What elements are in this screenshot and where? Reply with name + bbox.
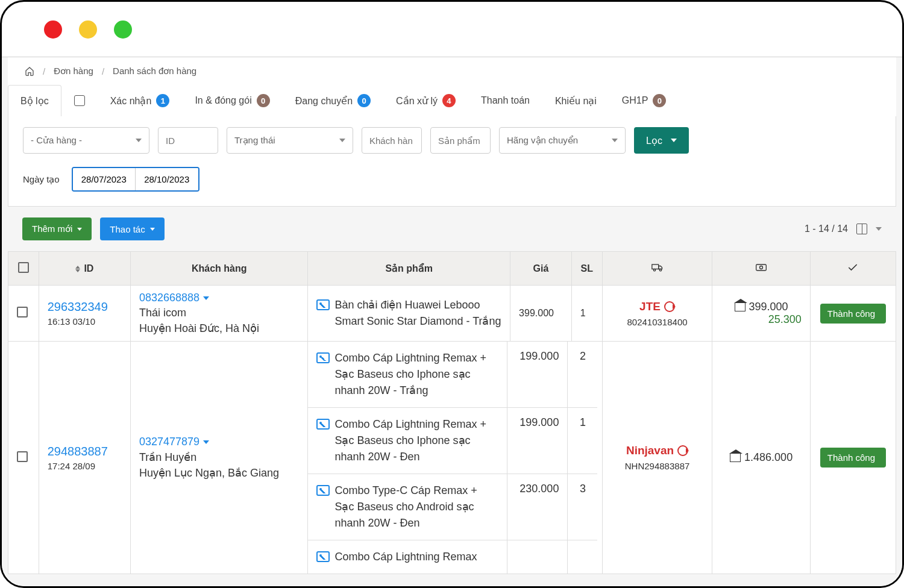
- customer-address: Huyện Lục Ngạn, Bắc Giang: [139, 466, 299, 480]
- operations-button[interactable]: Thao tác: [100, 217, 164, 240]
- chevron-down-icon: [136, 139, 142, 142]
- add-new-button[interactable]: Thêm mới: [22, 217, 92, 240]
- status-button[interactable]: Thành công: [820, 304, 886, 324]
- chevron-down-icon: [612, 139, 618, 142]
- carrier-select[interactable]: Hãng vận chuyển: [499, 127, 626, 154]
- price-cell: [507, 540, 567, 574]
- qty-cell: 2: [567, 342, 597, 408]
- product-input[interactable]: [430, 127, 491, 154]
- columns-icon[interactable]: [856, 224, 867, 234]
- fee: 25.300: [721, 313, 801, 326]
- tracking-code: NHN294883887: [611, 461, 704, 471]
- chevron-down-icon: [77, 228, 82, 231]
- product-item: Bàn chải điện Huawei Lebooo Smart Sonic …: [316, 297, 501, 330]
- tab-filter[interactable]: Bộ lọc: [8, 85, 61, 116]
- orders-table: ID Khách hàng Sản phẩm Giá SL 296332349: [8, 251, 896, 574]
- customer-name: Trần Huyền: [139, 451, 299, 464]
- price-cell: 399.000: [510, 286, 572, 342]
- tab-save-icon[interactable]: [61, 85, 98, 116]
- carrier-name[interactable]: Ninjavan: [611, 444, 704, 457]
- qty-cell: 1: [567, 408, 597, 474]
- pagination-range: 1 - 14 / 14: [805, 224, 848, 234]
- badge: 1: [156, 94, 169, 107]
- maximize-window-icon[interactable]: [114, 20, 132, 39]
- table-header-row: ID Khách hàng Sản phẩm Giá SL: [8, 252, 896, 286]
- tab-confirm[interactable]: Xác nhận1: [98, 85, 183, 116]
- image-icon[interactable]: [316, 551, 330, 562]
- row-checkbox[interactable]: [17, 307, 28, 317]
- image-icon[interactable]: [316, 485, 330, 496]
- date-from-input[interactable]: [73, 168, 136, 190]
- content-area: / Đơn hàng / Danh sách đơn hàng Bộ lọc X…: [2, 57, 902, 586]
- app-window: / Đơn hàng / Danh sách đơn hàng Bộ lọc X…: [0, 0, 904, 588]
- tab-need-process[interactable]: Cần xử lý4: [383, 85, 468, 116]
- svg-point-4: [760, 266, 763, 269]
- filter-button[interactable]: Lọc: [634, 127, 689, 154]
- close-window-icon[interactable]: [44, 20, 62, 39]
- tracking-code: 802410318400: [611, 317, 704, 327]
- titlebar: [2, 2, 902, 57]
- retry-icon: [664, 301, 675, 312]
- row-checkbox[interactable]: [17, 451, 28, 462]
- id-header: ID: [84, 263, 93, 274]
- bank-icon: [730, 454, 741, 462]
- tab-shipping[interactable]: Đang chuyển0: [283, 85, 383, 116]
- product-item: Combo Cáp Lightning Remax: [316, 549, 498, 565]
- table-row: 294883887 17:24 28/09 0327477879 Trần Hu…: [8, 342, 896, 574]
- store-select[interactable]: - Cửa hàng -: [23, 127, 149, 154]
- svg-rect-0: [651, 264, 658, 269]
- select-all-checkbox[interactable]: [18, 262, 29, 273]
- minimize-window-icon[interactable]: [79, 20, 97, 39]
- check-icon: [846, 261, 860, 276]
- customer-input[interactable]: [362, 127, 422, 154]
- badge: 0: [653, 94, 666, 107]
- date-created-label: Ngày tạo: [23, 174, 60, 185]
- svg-point-2: [659, 269, 661, 271]
- image-icon[interactable]: [316, 299, 330, 310]
- qty-cell: 1: [571, 286, 602, 342]
- table-row: 296332349 16:13 03/10 0832668888 Thái ic…: [8, 286, 896, 342]
- tab-gh1p[interactable]: GH1P0: [609, 85, 679, 116]
- image-icon[interactable]: [316, 419, 330, 430]
- actions-bar: Thêm mới Thao tác 1 - 14 / 14: [8, 207, 896, 251]
- bank-icon: [735, 303, 745, 311]
- chevron-down-icon: [203, 440, 209, 444]
- tab-complaint[interactable]: Khiếu nại: [542, 85, 609, 116]
- price-cell: 199.000: [507, 408, 567, 474]
- tab-print-pack[interactable]: In & đóng gói0: [182, 85, 282, 116]
- qty-cell: [567, 540, 597, 574]
- badge: 0: [257, 94, 270, 107]
- id-input[interactable]: [158, 127, 218, 154]
- home-icon[interactable]: [25, 66, 34, 76]
- amount: 399.000: [721, 301, 801, 313]
- status-select[interactable]: Trạng thái: [227, 127, 353, 154]
- sort-icon[interactable]: [75, 266, 80, 272]
- tab-payment[interactable]: Thanh toán: [468, 85, 542, 116]
- order-id-link[interactable]: 296332349: [48, 300, 122, 314]
- status-button[interactable]: Thành công: [820, 448, 886, 468]
- price-cell: 199.000: [507, 342, 567, 408]
- customer-header: Khách hàng: [131, 252, 308, 286]
- chevron-down-icon: [671, 139, 677, 142]
- order-id-link[interactable]: 294883887: [48, 445, 122, 458]
- svg-rect-3: [756, 264, 767, 271]
- customer-address: Huyện Hoài Đức, Hà Nội: [139, 322, 299, 335]
- date-range: [72, 167, 199, 192]
- price-header: Giá: [510, 252, 572, 286]
- carrier-name[interactable]: JTE: [611, 300, 704, 313]
- floppy-icon: [74, 95, 85, 106]
- filter-panel: - Cửa hàng - Trạng thái Hãng vận chuyển …: [8, 116, 896, 207]
- qty-header: SL: [571, 252, 602, 286]
- product-header: Sản phẩm: [308, 252, 510, 286]
- customer-phone[interactable]: 0327477879: [139, 436, 299, 448]
- image-icon[interactable]: [316, 352, 330, 363]
- breadcrumb-orders[interactable]: Đơn hàng: [54, 66, 93, 77]
- chevron-down-icon[interactable]: [876, 227, 882, 231]
- breadcrumb-current: Danh sách đơn hàng: [113, 66, 196, 77]
- badge: 0: [357, 94, 371, 107]
- customer-phone[interactable]: 0832668888: [139, 292, 299, 304]
- date-to-input[interactable]: [136, 168, 198, 190]
- breadcrumb-sep: /: [43, 66, 45, 77]
- cash-icon: [754, 261, 768, 276]
- chevron-down-icon: [339, 139, 345, 142]
